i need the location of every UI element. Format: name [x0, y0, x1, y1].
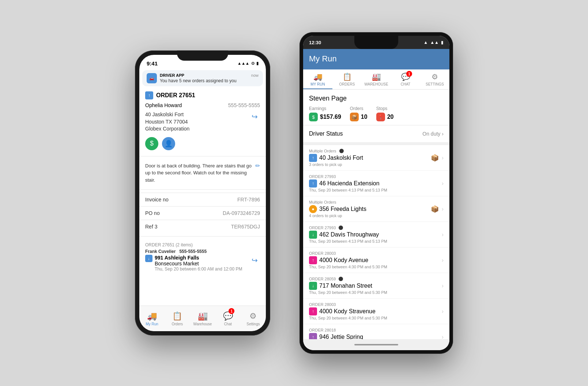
- stop-address-3: 356 Freeda Lights: [319, 206, 366, 212]
- tab-settings[interactable]: ⚙ Settings: [241, 306, 266, 331]
- stop-meta-text-7: ORDER 28003: [309, 302, 336, 307]
- android-tab-orders[interactable]: 📋 ORDERS: [332, 69, 362, 89]
- address-text: 40 Jaskolski Fort Houston TX 77004 Globe…: [145, 111, 249, 133]
- orders-icon: 📦: [350, 113, 359, 121]
- android-time: 12:30: [309, 40, 321, 45]
- tab-orders[interactable]: 📋 Orders: [165, 306, 190, 331]
- order-header: ↑ ORDER 27651: [139, 88, 266, 101]
- stop-meta-7: ORDER 28003: [309, 302, 439, 307]
- notification-content: DRIVER APP now You have 5 new orders ass…: [160, 73, 259, 83]
- stop-content-4: ORDER 27993 ↓ 462 Davis Throughway Thu, …: [309, 226, 439, 243]
- battery-icon: ▮: [256, 61, 259, 66]
- driver-status-row[interactable]: Driver Status On duty ›: [303, 125, 449, 145]
- stops-value-row: 📍 20: [376, 113, 394, 121]
- stop-item-3[interactable]: Multiple Orders ● 356 Freeda Lights 4 or…: [303, 196, 449, 222]
- tab-warehouse[interactable]: 🏭 Warehouse: [190, 306, 215, 331]
- payment-icon[interactable]: $: [145, 137, 158, 150]
- android-wifi-icon: ▲: [423, 40, 428, 45]
- driver-status-value-row: On duty ›: [422, 131, 444, 137]
- tab-my-run[interactable]: 🚚 My Run: [139, 306, 165, 331]
- stop-address-4: 462 Davis Throughway: [319, 231, 379, 238]
- stop-sub-3: 4 orders to pick up: [309, 213, 429, 218]
- action-icons-row: $ 👤: [139, 134, 266, 153]
- android-tabbar: 🚚 MY RUN 📋 ORDERS 🏭 WAREHOUSE 1 💬 CHAT: [303, 69, 449, 90]
- stop-dot-4: [339, 226, 343, 230]
- delivery-notes: Door is at back of building. There are s…: [145, 162, 252, 184]
- stop-meta-text-5: ORDER 28003: [309, 251, 336, 256]
- stop-sub-4: Thu, Sep 20 between 4:13 PM and 5:13 PM: [309, 239, 439, 243]
- stops-icon: 📍: [376, 113, 385, 121]
- sub-company-name: Bonsecours Market: [155, 261, 242, 266]
- stop-item-7[interactable]: ORDER 28003 ↑ 4000 Kody Stravenue Thu, S…: [303, 299, 449, 324]
- stop-item-4[interactable]: ORDER 27993 ↓ 462 Davis Throughway Thu, …: [303, 222, 449, 247]
- orders-tab-label: Orders: [172, 322, 183, 326]
- stop-item-5[interactable]: ORDER 28003 ↑ 4000 Kody Avenue Thu, Sep …: [303, 247, 449, 273]
- stops-value: 20: [387, 114, 394, 120]
- android-warehouse-icon: 🏭: [372, 72, 381, 81]
- notification-text: You have 5 new orders assigned to you: [160, 78, 259, 83]
- stop-item-6[interactable]: ORDER 28059 ↓ 717 Monahan Street Thu, Se…: [303, 273, 449, 299]
- android-tab-chat[interactable]: 1 💬 CHAT: [391, 69, 420, 89]
- sub-arrow-down-icon: ↓: [145, 255, 152, 262]
- earnings-value-row: $ $157.69: [309, 113, 341, 121]
- address-line1: 40 Jaskolski Fort: [145, 111, 249, 118]
- android-tab-my-run[interactable]: 🚚 MY RUN: [303, 69, 332, 89]
- earnings-value: $157.69: [320, 114, 341, 120]
- stop-address-6: 717 Monahan Street: [319, 283, 372, 289]
- driver-status-label: Driver Status: [309, 130, 343, 137]
- android-notch-cutout: [354, 36, 398, 49]
- stop-meta-5: ORDER 28003: [309, 251, 439, 256]
- earnings-label: Earnings: [309, 106, 341, 111]
- stop-meta-text-3: Multiple Orders: [309, 200, 336, 204]
- stop-addr-row-2: ↑ 46 Hacienda Extension: [309, 179, 439, 188]
- android-orders-icon: 📋: [343, 72, 352, 81]
- sub-navigate-icon[interactable]: ↪: [249, 255, 260, 266]
- profile-icon[interactable]: 👤: [162, 137, 175, 150]
- stop-addr-row-7: ↑ 4000 Kody Stravenue: [309, 307, 439, 315]
- stop-down-icon-4: ↓: [309, 231, 317, 239]
- android-device: 12:30 ▲ ▲▲ ▮ My Run 🚚 MY RUN 📋: [299, 32, 453, 354]
- stop-meta-3: Multiple Orders: [309, 200, 429, 204]
- android-tab-warehouse[interactable]: 🏭 WAREHOUSE: [362, 69, 391, 89]
- po-value: DA-0973246729: [223, 210, 260, 216]
- driver-status-value: On duty: [422, 131, 440, 137]
- stop-sub-7: Thu, Sep 20 between 4:30 PM and 5:30 PM: [309, 316, 439, 320]
- edit-note-icon[interactable]: ✏: [255, 162, 260, 169]
- wifi-icon: ⊙: [251, 61, 255, 66]
- stop-item-8[interactable]: ORDER 28018 ↑ 946 Jettie Spring Thu, Sep…: [303, 324, 449, 339]
- sub-customer-phone: 555-555-5555: [179, 249, 207, 254]
- iphone-scroll-content[interactable]: ↑ ORDER 27651 Ophelia Howard 555-555-555…: [139, 88, 266, 331]
- stop-addr-row-8: ↑ 946 Jettie Spring: [309, 333, 439, 339]
- stop-chevron-3: ›: [442, 206, 444, 212]
- android-scroll-content[interactable]: Steven Page Earnings $ $157.69 Orders: [303, 90, 449, 339]
- stop-content-5: ORDER 28003 ↑ 4000 Kody Avenue Thu, Sep …: [309, 251, 439, 269]
- iphone-time: 9:41: [147, 60, 158, 67]
- driver-info-section: Steven Page Earnings $ $157.69 Orders: [303, 90, 449, 125]
- orders-stat: Orders 📦 10: [350, 106, 368, 121]
- earnings-icon: $: [309, 113, 318, 121]
- stop-meta-8: ORDER 28018: [309, 328, 439, 332]
- stop-up-icon-1: ↑: [309, 154, 317, 162]
- iphone-tabbar: 🚚 My Run 📋 Orders 🏭 Warehouse 1 💬 Chat: [139, 306, 266, 331]
- address-block: 40 Jaskolski Fort Houston TX 77004 Globe…: [139, 110, 266, 134]
- android-tab-settings[interactable]: ⚙ SETTINGS: [420, 69, 449, 89]
- notification-banner[interactable]: 🚗 DRIVER APP now You have 5 new orders a…: [142, 70, 263, 86]
- stop-address-1: 40 Jaskolski Fort: [319, 155, 363, 161]
- stop-dot-1: [339, 149, 344, 153]
- orders-label: Orders: [350, 106, 368, 111]
- stop-item-1[interactable]: Multiple Orders ↑ 40 Jaskolski Fort 3 or…: [303, 145, 449, 171]
- stop-pink-icon-7: ↑: [309, 307, 317, 315]
- stop-meta-text-2: ORDER 27993: [309, 174, 336, 179]
- stop-content-3: Multiple Orders ● 356 Freeda Lights 4 or…: [309, 200, 429, 218]
- stop-item-2[interactable]: ORDER 27993 ↑ 46 Hacienda Extension Thu,…: [303, 171, 449, 196]
- stop-content-2: ORDER 27993 ↑ 46 Hacienda Extension Thu,…: [309, 174, 439, 192]
- stop-chevron-6: ›: [442, 283, 444, 289]
- sub-order-title: ORDER 27651 (2 items): [145, 242, 260, 247]
- navigate-icon[interactable]: ↪: [249, 111, 260, 122]
- stop-addr-row-5: ↑ 4000 Kody Avenue: [309, 256, 439, 264]
- po-label: PO no: [145, 210, 160, 216]
- stop-addr-row-3: ● 356 Freeda Lights: [309, 205, 429, 213]
- tab-chat[interactable]: 1 💬 Chat: [215, 306, 241, 331]
- divider-3: [139, 236, 266, 236]
- driver-name: Steven Page: [309, 95, 444, 102]
